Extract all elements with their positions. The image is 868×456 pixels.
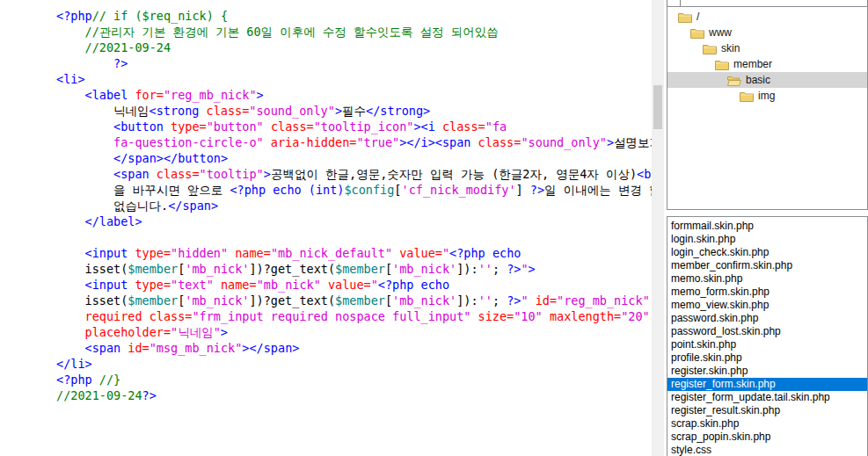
editor-vertical-scrollbar[interactable] bbox=[652, 0, 664, 456]
code-line: <input type="text" name="mb_nick" value=… bbox=[56, 277, 652, 293]
code-line: 없습니다.</span> bbox=[56, 198, 652, 214]
code-line: </label> bbox=[56, 214, 652, 229]
code-line: <span class="tooltip">공백없이 한글,영문,숫자만 입력 … bbox=[56, 166, 652, 182]
tree-item-label: skin bbox=[721, 42, 740, 54]
tree-item-member[interactable]: member bbox=[667, 56, 867, 72]
code-line bbox=[56, 229, 652, 245]
code-line: <li> bbox=[56, 71, 652, 87]
folder-icon bbox=[715, 59, 729, 70]
file-item[interactable]: register_form_update.tail.skin.php bbox=[667, 391, 867, 404]
file-item[interactable]: memo.skin.php bbox=[667, 272, 867, 286]
tree-item-[interactable]: / bbox=[667, 9, 867, 25]
code-line: <?php //} bbox=[56, 372, 652, 387]
file-item[interactable]: profile.skin.php bbox=[667, 351, 867, 365]
file-item[interactable]: scrap_popin.skin.php bbox=[667, 431, 867, 444]
file-item[interactable]: register_form.skin.php bbox=[667, 378, 867, 391]
file-item[interactable]: login.skin.php bbox=[667, 233, 867, 246]
tree-item-label: img bbox=[758, 90, 775, 102]
code-line: fa-question-circle-o" aria-hidden="true"… bbox=[56, 134, 652, 150]
file-browser-sidebar: /wwwskinmemberbasicimg formmail.skin.php… bbox=[666, 0, 868, 456]
file-item[interactable]: login_check.skin.php bbox=[667, 246, 867, 259]
code-line: isset($member['mb_nick'])?get_text($memb… bbox=[56, 293, 652, 308]
code-line: //2021-09-24 bbox=[56, 40, 652, 55]
code-line: </li> bbox=[56, 356, 652, 372]
file-item[interactable]: memo_form.skin.php bbox=[667, 286, 867, 299]
file-item[interactable]: member_confirm.skin.php bbox=[667, 259, 867, 272]
code-editor[interactable]: <?php// if ($req_nick) { //관리자 기본 환경에 기본… bbox=[0, 0, 652, 456]
code-line: isset($member['mb_nick'])?get_text($memb… bbox=[56, 261, 652, 277]
tree-item-www[interactable]: www bbox=[667, 25, 867, 40]
code-text: <?php// if ($req_nick) { //관리자 기본 환경에 기본… bbox=[0, 0, 652, 403]
code-line: <?php// if ($req_nick) { bbox=[56, 8, 652, 24]
folder-open-icon bbox=[727, 75, 741, 86]
scrollbar-thumb[interactable] bbox=[653, 85, 662, 129]
code-line: placeholder="닉네임"> bbox=[56, 324, 652, 340]
code-line: required class="frm_input required nospa… bbox=[56, 308, 652, 324]
file-list-panel[interactable]: formmail.skin.phplogin.skin.phplogin_che… bbox=[667, 216, 868, 456]
file-item[interactable]: password_lost.skin.php bbox=[667, 325, 867, 338]
file-item[interactable]: point.skin.php bbox=[667, 338, 867, 351]
file-item[interactable]: password.skin.php bbox=[667, 312, 867, 325]
tree-item-label: www bbox=[709, 26, 732, 39]
file-item[interactable]: register_result.skin.php bbox=[667, 404, 867, 417]
code-line: <span id="msg_mb_nick"></span> bbox=[56, 340, 652, 356]
file-item[interactable]: register.skin.php bbox=[667, 365, 867, 378]
folder-icon bbox=[690, 27, 704, 39]
file-item[interactable]: memo_view.skin.php bbox=[667, 299, 867, 312]
code-line: <label for="reg_mb_nick"> bbox=[56, 87, 652, 103]
tree-item-label: basic bbox=[746, 74, 770, 86]
code-line: <input type="hidden" name="mb_nick_defau… bbox=[56, 245, 652, 261]
app-window: <?php// if ($req_nick) { //관리자 기본 환경에 기본… bbox=[0, 0, 868, 456]
path-dropdown-divider bbox=[680, 0, 681, 6]
tree-item-skin[interactable]: skin bbox=[667, 40, 867, 56]
directory-tree-panel[interactable]: /wwwskinmemberbasicimg bbox=[667, 6, 868, 210]
tree-item-label: / bbox=[697, 11, 699, 23]
folder-icon bbox=[678, 11, 692, 23]
code-line: //관리자 기본 환경에 기본 60일 이후에 수정 할수잇도록 설정 되어있씁 bbox=[56, 24, 652, 40]
code-line: <button type="button" class="tooltip_ico… bbox=[56, 119, 652, 134]
file-item[interactable]: scrap.skin.php bbox=[667, 417, 867, 431]
code-line: //2021-09-24?> bbox=[56, 387, 652, 403]
tree-item-img[interactable]: img bbox=[667, 88, 867, 104]
file-item[interactable]: formmail.skin.php bbox=[667, 220, 867, 233]
code-line: 닉네임<strong class="sound_only">필수</strong… bbox=[56, 103, 652, 119]
tree-item-label: member bbox=[733, 58, 772, 70]
code-line: </span></button> bbox=[56, 150, 652, 166]
code-line: ?> bbox=[56, 55, 652, 71]
file-item[interactable]: style.css bbox=[667, 444, 867, 456]
folder-icon bbox=[740, 90, 754, 102]
folder-icon bbox=[703, 43, 717, 54]
code-line: 을 바꾸시면 앞으로 <?php echo (int)$config['cf_n… bbox=[56, 182, 652, 198]
tree-item-basic[interactable]: basic bbox=[667, 72, 867, 88]
